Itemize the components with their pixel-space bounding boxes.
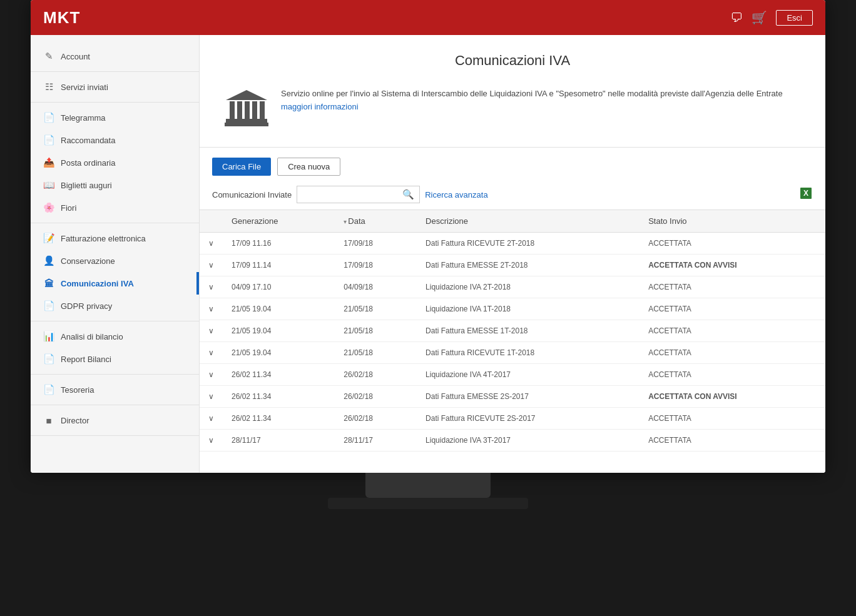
- row-generazione: 26/02 11.34: [223, 386, 335, 408]
- service-link[interactable]: maggiori informazioni: [281, 102, 359, 111]
- row-chevron[interactable]: ∨: [200, 342, 223, 364]
- sidebar-item-fatturazione[interactable]: 📝 Fatturazione elettronica: [31, 227, 199, 250]
- search-input-wrap: 🔍: [297, 186, 420, 203]
- table-row[interactable]: ∨21/05 19.0421/05/18Dati Fattura RICEVUT…: [200, 342, 825, 364]
- row-generazione: 28/11/17: [223, 430, 335, 452]
- raccomandata-icon: 📄: [43, 134, 54, 146]
- row-data: 21/05/18: [335, 320, 417, 342]
- sidebar-item-analisi-bilancio[interactable]: 📊 Analisi di bilancio: [31, 325, 199, 348]
- sidebar-item-conservazione[interactable]: 👤 Conservazione: [31, 250, 199, 272]
- col-stato-invio[interactable]: Stato Invio: [639, 210, 825, 233]
- exit-button[interactable]: Esci: [776, 10, 813, 26]
- svg-marker-0: [226, 90, 267, 100]
- row-data: 17/09/18: [335, 255, 417, 276]
- data-table: Generazione ▾Data Descrizione Stato Invi…: [200, 210, 825, 452]
- sidebar-item-director[interactable]: ■ Director: [31, 409, 199, 432]
- sidebar-item-label: Tesoreria: [61, 385, 94, 395]
- row-chevron[interactable]: ∨: [200, 276, 223, 298]
- row-generazione: 26/02 11.34: [223, 364, 335, 386]
- sidebar-item-label: Analisi di bilancio: [61, 332, 123, 341]
- cart-icon[interactable]: 🛒: [752, 10, 767, 25]
- table-row[interactable]: ∨26/02 11.3426/02/18Liquidazione IVA 4T-…: [200, 364, 825, 386]
- table-row[interactable]: ∨28/11/1728/11/17Liquidazione IVA 3T-201…: [200, 430, 825, 452]
- search-bar: Comunicazioni Inviate 🔍 Ricerca avanzata…: [200, 186, 825, 210]
- row-chevron[interactable]: ∨: [200, 408, 223, 430]
- support-icon[interactable]: 🗩: [730, 11, 743, 25]
- row-generazione: 21/05 19.04: [223, 298, 335, 320]
- row-chevron[interactable]: ∨: [200, 233, 223, 255]
- sidebar-item-label: Conservazione: [61, 256, 115, 266]
- telegramma-icon: 📄: [43, 112, 54, 123]
- col-data[interactable]: ▾Data: [335, 210, 417, 233]
- crea-nuova-button[interactable]: Crea nuova: [277, 158, 340, 176]
- row-chevron[interactable]: ∨: [200, 255, 223, 276]
- table-row[interactable]: ∨21/05 19.0421/05/18Dati Fattura EMESSE …: [200, 320, 825, 342]
- row-stato: ACCETTATA: [639, 276, 825, 298]
- svg-rect-5: [260, 101, 265, 119]
- row-chevron[interactable]: ∨: [200, 320, 223, 342]
- row-generazione: 26/02 11.34: [223, 408, 335, 430]
- sidebar-section-account: ✎ Account: [31, 41, 199, 72]
- table-row[interactable]: ∨26/02 11.3426/02/18Dati Fattura RICEVUT…: [200, 408, 825, 430]
- sidebar-item-label: Biglietti auguri: [61, 181, 112, 190]
- topnav: MKT 🗩 🛒 Esci: [31, 0, 825, 35]
- ricerca-avanzata-link[interactable]: Ricerca avanzata: [425, 190, 487, 199]
- row-data: 17/09/18: [335, 233, 417, 255]
- sidebar-section-tesoreria: 📄 Tesoreria: [31, 375, 199, 405]
- sidebar-section-bilanci: 📊 Analisi di bilancio 📄 Report Bilanci: [31, 321, 199, 375]
- row-descrizione: Dati Fattura EMESSE 2S-2017: [417, 386, 639, 408]
- service-info: Servizio online per l'invio al Sistema d…: [225, 81, 800, 134]
- table-row[interactable]: ∨17/09 11.1417/09/18Dati Fattura EMESSE …: [200, 255, 825, 276]
- sidebar-section-servizi: ☷ Servizi inviati: [31, 72, 199, 103]
- table-row[interactable]: ∨04/09 17.1004/09/18Liquidazione IVA 2T-…: [200, 276, 825, 298]
- col-generazione[interactable]: Generazione: [223, 210, 335, 233]
- page-title: Comunicazioni IVA: [225, 53, 800, 69]
- row-descrizione: Liquidazione IVA 1T-2018: [417, 298, 639, 320]
- report-icon: 📄: [43, 353, 54, 365]
- conservazione-icon: 👤: [43, 255, 54, 266]
- table-row[interactable]: ∨26/02 11.3426/02/18Dati Fattura EMESSE …: [200, 386, 825, 408]
- row-stato: ACCETTATA: [639, 430, 825, 452]
- sidebar-item-posta-ordinaria[interactable]: 📤 Posta ordinaria: [31, 151, 199, 174]
- table-row[interactable]: ∨21/05 19.0421/05/18Liquidazione IVA 1T-…: [200, 298, 825, 320]
- sidebar-item-telegramma[interactable]: 📄 Telegramma: [31, 106, 199, 129]
- table-header-row: Generazione ▾Data Descrizione Stato Invi…: [200, 210, 825, 233]
- content-header: Comunicazioni IVA: [200, 35, 825, 148]
- sidebar-item-biglietti-auguri[interactable]: 📖 Biglietti auguri: [31, 174, 199, 196]
- col-descrizione[interactable]: Descrizione: [417, 210, 639, 233]
- sidebar-item-gdpr[interactable]: 📄 GDPR privacy: [31, 295, 199, 317]
- export-icon[interactable]: X: [799, 186, 813, 203]
- sidebar-item-label: Account: [61, 52, 90, 61]
- sidebar-item-tesoreria[interactable]: 📄 Tesoreria: [31, 378, 199, 401]
- row-generazione: 17/09 11.14: [223, 255, 335, 276]
- sidebar-item-comunicazioni-iva[interactable]: 🏛 Comunicazioni IVA: [31, 272, 199, 295]
- sidebar-item-servizi-inviati[interactable]: ☷ Servizi inviati: [31, 76, 199, 98]
- content-area: Comunicazioni IVA: [200, 35, 825, 473]
- row-descrizione: Dati Fattura RICEVUTE 2T-2018: [417, 233, 639, 255]
- sidebar-item-label: GDPR privacy: [61, 301, 112, 311]
- row-chevron[interactable]: ∨: [200, 386, 223, 408]
- carica-file-button[interactable]: Carica File: [212, 158, 271, 176]
- row-stato: ACCETTATA: [639, 233, 825, 255]
- row-descrizione: Liquidazione IVA 2T-2018: [417, 276, 639, 298]
- account-icon: ✎: [43, 51, 54, 62]
- sidebar-section-director: ■ Director: [31, 405, 199, 436]
- search-button[interactable]: 🔍: [397, 186, 419, 203]
- search-input[interactable]: [297, 187, 397, 203]
- row-chevron[interactable]: ∨: [200, 298, 223, 320]
- sidebar-item-raccomandata[interactable]: 📄 Raccomandata: [31, 129, 199, 151]
- sidebar-item-fiori[interactable]: 🌸 Fiori: [31, 196, 199, 219]
- sidebar-item-report-bilanci[interactable]: 📄 Report Bilanci: [31, 348, 199, 370]
- toolbar: Carica File Crea nuova: [200, 148, 825, 186]
- sidebar-item-account[interactable]: ✎ Account: [31, 45, 199, 68]
- table-row[interactable]: ∨17/09 11.1617/09/18Dati Fattura RICEVUT…: [200, 233, 825, 255]
- row-chevron[interactable]: ∨: [200, 430, 223, 452]
- row-generazione: 21/05 19.04: [223, 320, 335, 342]
- sidebar-item-label: Servizi inviati: [61, 83, 108, 92]
- row-descrizione: Dati Fattura EMESSE 1T-2018: [417, 320, 639, 342]
- row-chevron[interactable]: ∨: [200, 364, 223, 386]
- row-stato: ACCETTATA: [639, 320, 825, 342]
- row-generazione: 17/09 11.16: [223, 233, 335, 255]
- svg-rect-4: [252, 101, 257, 119]
- row-stato: ACCETTATA: [639, 408, 825, 430]
